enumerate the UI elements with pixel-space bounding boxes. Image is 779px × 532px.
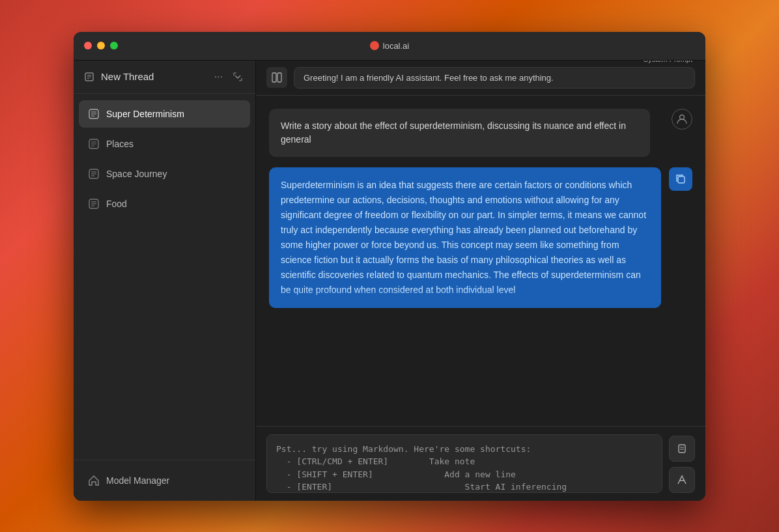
window-title: local.ai <box>370 41 409 51</box>
thread-icon-places <box>88 138 100 150</box>
sidebar-footer: Model Manager <box>74 460 255 501</box>
thread-item-super-determinism[interactable]: Super Determinism <box>79 100 250 128</box>
chat-area: System Prompt Write a story about the ef… <box>256 61 705 501</box>
maximize-button[interactable] <box>110 42 118 49</box>
sidebar-actions: ··· <box>212 70 245 84</box>
thread-label-places: Places <box>106 139 134 149</box>
minimize-button[interactable] <box>97 42 105 49</box>
app-title-text: local.ai <box>383 41 409 51</box>
expand-icon[interactable] <box>231 71 245 83</box>
new-thread-label: New Thread <box>101 71 205 82</box>
system-prompt-input[interactable] <box>294 67 695 89</box>
chat-messages: Write a story about the effect of superd… <box>256 96 705 426</box>
new-thread-icon <box>84 72 94 82</box>
model-manager-item[interactable]: Model Manager <box>84 469 245 492</box>
thread-item-space-journey[interactable]: Space Journey <box>79 160 250 188</box>
thread-icon <box>88 108 100 120</box>
main-content: New Thread ··· <box>74 61 705 501</box>
ai-copy-button[interactable] <box>669 167 692 191</box>
svg-rect-25 <box>277 73 281 82</box>
svg-rect-28 <box>679 445 685 453</box>
model-manager-label: Model Manager <box>106 475 169 486</box>
thread-icon-space-journey <box>88 168 100 180</box>
more-options-button[interactable]: ··· <box>212 70 225 84</box>
system-prompt-label: System Prompt <box>641 61 695 63</box>
input-action-buttons <box>669 436 695 493</box>
user-message-bubble: Write a story about the effect of superd… <box>269 109 650 157</box>
thread-label-food: Food <box>106 199 127 209</box>
thread-list: Super Determinism Places <box>74 94 255 460</box>
sidebar-header: New Thread ··· <box>74 61 255 94</box>
window-controls <box>84 42 118 49</box>
titlebar: local.ai <box>74 32 705 61</box>
ai-message: Superdeterminism is an idea that suggest… <box>269 167 692 309</box>
thread-item-places[interactable]: Places <box>79 130 250 158</box>
chat-toolbar: System Prompt <box>256 61 705 96</box>
main-window: local.ai New Thread ··· <box>74 32 705 501</box>
svg-rect-27 <box>678 176 685 183</box>
attach-button[interactable] <box>669 436 695 462</box>
user-avatar <box>672 109 692 130</box>
thread-label-space-journey: Space Journey <box>106 169 167 179</box>
layout-toggle-button[interactable] <box>266 67 287 88</box>
thread-label-super-determinism: Super Determinism <box>106 109 184 119</box>
ai-message-bubble: Superdeterminism is an idea that suggest… <box>269 167 661 309</box>
home-icon <box>88 475 100 486</box>
chat-input-area: Pst... try using Markdown. Here're some … <box>256 426 705 501</box>
sidebar: New Thread ··· <box>74 61 256 501</box>
app-icon <box>370 41 379 50</box>
thread-item-food[interactable]: Food <box>79 190 250 217</box>
thread-icon-food <box>88 198 100 210</box>
svg-rect-24 <box>272 73 276 82</box>
user-message: Write a story about the effect of superd… <box>269 109 692 157</box>
close-button[interactable] <box>84 42 92 49</box>
chat-input[interactable]: Pst... try using Markdown. Here're some … <box>266 434 662 493</box>
send-button[interactable] <box>669 467 695 493</box>
